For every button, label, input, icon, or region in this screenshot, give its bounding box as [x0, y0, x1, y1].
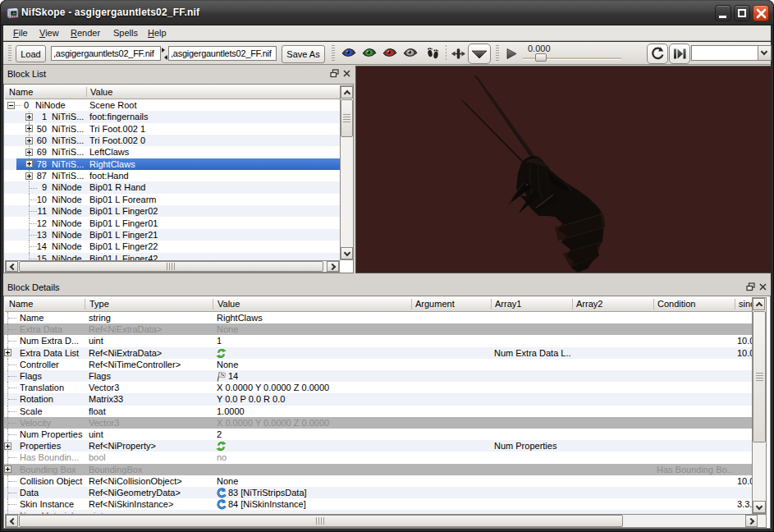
loop-button[interactable] — [647, 44, 668, 64]
scroll-up-button[interactable] — [341, 86, 353, 99]
play-icon[interactable] — [505, 47, 519, 61]
block-list-row-60[interactable]: 60NiTriS...Tri Foot.002 0 — [4, 135, 340, 146]
column-header-array1[interactable]: Array1 — [495, 299, 521, 309]
block-list-row-11[interactable]: 11NiNodeBip01 L Finger02 — [4, 205, 340, 217]
column-resize-handle[interactable] — [213, 299, 213, 310]
move-axis-icon[interactable] — [451, 48, 465, 59]
close-panel-icon[interactable] — [758, 282, 767, 291]
menu-help[interactable]: Help — [148, 28, 167, 38]
menu-spells[interactable]: Spells — [113, 28, 138, 38]
footprints-icon[interactable] — [426, 46, 440, 61]
blue-eye-icon[interactable] — [341, 47, 356, 58]
expand-icon[interactable] — [4, 443, 11, 450]
render-viewport[interactable] — [355, 66, 771, 273]
detail-row-flags[interactable]: FlagsFlags14 — [4, 370, 752, 382]
vscroll-thumb[interactable] — [341, 99, 353, 137]
column-resize-handle[interactable] — [572, 299, 573, 310]
detail-row-extra-data[interactable]: Extra DataRef<NiExtraData>None — [4, 323, 752, 335]
save-file-input[interactable] — [168, 46, 277, 61]
red-eye-icon[interactable] — [382, 47, 397, 58]
toolbar-handle[interactable] — [332, 45, 335, 62]
float-panel-icon[interactable] — [330, 69, 339, 78]
gray-eye-icon[interactable] — [403, 47, 418, 58]
block-list-row-69[interactable]: 69NiTriS...LeftClaws — [4, 146, 340, 158]
load-file-input[interactable] — [51, 46, 161, 61]
close-panel-icon[interactable] — [342, 69, 351, 78]
detail-row-scale[interactable]: Scalefloat1.0000 — [4, 406, 752, 417]
scroll-right-button[interactable] — [745, 515, 758, 527]
column-header-name[interactable]: Name — [9, 87, 33, 97]
column-header-array2[interactable]: Array2 — [576, 299, 602, 309]
expand-icon[interactable] — [4, 466, 11, 473]
menu-file[interactable]: File — [13, 28, 28, 38]
menu-view[interactable]: View — [39, 28, 59, 38]
float-panel-icon[interactable] — [746, 282, 755, 291]
detail-row-num-extra-d[interactable]: Num Extra D...uint110.0 — [4, 335, 752, 346]
detail-row-data[interactable]: DataRef<NiGeometryData>83 [NiTriStripsDa… — [4, 487, 752, 498]
block-list-row-87[interactable]: 87NiTriS...foot:Hand — [4, 170, 340, 181]
detail-row-translation[interactable]: TranslationVector3X 0.0000 Y 0.0000 Z 0.… — [4, 382, 752, 393]
close-button[interactable] — [753, 5, 769, 21]
green-eye-icon[interactable] — [362, 47, 377, 58]
combo-dropdown-button[interactable] — [758, 46, 771, 60]
detail-row-properties[interactable]: PropertiesRef<NiProperty>Num Properties — [4, 440, 752, 452]
block-list-row-14[interactable]: 14NiNodeBip01 L Finger22 — [4, 241, 340, 252]
detail-row-controller[interactable]: ControllerRef<NiTimeController>None — [4, 359, 752, 370]
axis-dropdown-button[interactable] — [468, 44, 491, 64]
vscroll-thumb[interactable] — [753, 311, 766, 443]
hscroll-thumb[interactable] — [19, 515, 623, 527]
column-resize-handle[interactable] — [735, 299, 735, 310]
scroll-down-button[interactable] — [341, 247, 353, 259]
swap-right-arrow-icon[interactable] — [162, 48, 167, 53]
block-list-row-15[interactable]: 15NiNodeBip01 L Finger42 — [4, 253, 340, 260]
block-details-hscrollbar[interactable] — [5, 514, 767, 528]
step-button[interactable] — [669, 44, 690, 64]
block-list-row-1[interactable]: 1NiTriS...foot:fingernails — [4, 111, 340, 122]
column-header-name[interactable]: Name — [9, 299, 33, 309]
column-resize-handle[interactable] — [653, 299, 654, 310]
block-list-header[interactable]: Name Value — [5, 85, 341, 99]
block-list-row-10[interactable]: 10NiNodeBip01 L Forearm — [4, 194, 340, 205]
scroll-up-button[interactable] — [753, 298, 765, 310]
detail-row-num-properties[interactable]: Num Propertiesuint2 — [4, 429, 752, 440]
detail-row-extra-data-list[interactable]: Extra Data ListRef<NiExtraData>Num Extra… — [4, 347, 752, 359]
minimize-button[interactable] — [715, 5, 731, 21]
scroll-right-button[interactable] — [327, 261, 339, 272]
column-header-type[interactable]: Type — [89, 299, 109, 309]
column-header-value[interactable]: Value — [90, 87, 112, 97]
column-header-value[interactable]: Value — [218, 299, 240, 309]
load-button[interactable]: Load — [16, 45, 46, 62]
detail-row-rotation[interactable]: RotationMatrix33Y 0.0 P 0.0 R 0.0 — [4, 393, 752, 405]
scroll-left-button[interactable] — [6, 515, 18, 527]
scroll-left-button[interactable] — [6, 261, 18, 272]
menu-render[interactable]: Render — [71, 28, 100, 38]
column-header-condition[interactable]: Condition — [657, 299, 695, 309]
detail-row-has-boundin[interactable]: Has Boundin...boolno — [4, 452, 752, 463]
block-list-row-9[interactable]: 9NiNodeBip01 R Hand — [4, 181, 340, 193]
block-details-header[interactable]: NameTypeValueArgumentArray1Array2Conditi… — [5, 297, 752, 312]
detail-row-collision-object[interactable]: Collision ObjectRef<NiCollisionObject>No… — [4, 475, 752, 487]
save-as-button[interactable]: Save As — [282, 45, 325, 63]
column-resize-handle[interactable] — [491, 299, 492, 310]
hscroll-thumb[interactable] — [19, 261, 323, 272]
block-list-vscrollbar[interactable] — [340, 85, 354, 260]
swap-left-arrow-icon[interactable] — [162, 55, 167, 60]
animation-combobox[interactable] — [691, 45, 772, 61]
block-list-row-0[interactable]: 0NiNodeScene Root — [4, 99, 340, 111]
column-header-argument[interactable]: Argument — [415, 299, 455, 309]
time-slider-handle[interactable] — [535, 53, 547, 62]
block-list-row-13[interactable]: 13NiNodeBip01 L Finger21 — [4, 229, 340, 241]
block-list-hscrollbar[interactable] — [5, 260, 340, 273]
column-resize-handle[interactable] — [411, 299, 412, 310]
detail-row-bounding-box[interactable]: Bounding BoxBoundingBoxHas Bounding Bo..… — [4, 464, 752, 475]
column-resize-handle[interactable] — [86, 87, 87, 97]
maximize-button[interactable] — [734, 5, 750, 21]
detail-row-skin-instance[interactable]: Skin InstanceRef<NiSkinInstance>84 [NiSk… — [4, 498, 752, 510]
title-bar[interactable]: NifSkope - asgigergauntlets02_FF.nif — [0, 0, 774, 25]
block-list-row-78[interactable]: 78NiTriS...RightClaws — [4, 158, 340, 170]
scroll-down-button[interactable] — [753, 501, 766, 513]
detail-row-name[interactable]: NamestringRightClaws — [4, 312, 752, 323]
block-details-vscrollbar[interactable] — [752, 297, 767, 514]
toolbar-handle[interactable] — [8, 45, 11, 62]
block-list-row-12[interactable]: 12NiNodeBip01 L Finger01 — [4, 218, 340, 229]
